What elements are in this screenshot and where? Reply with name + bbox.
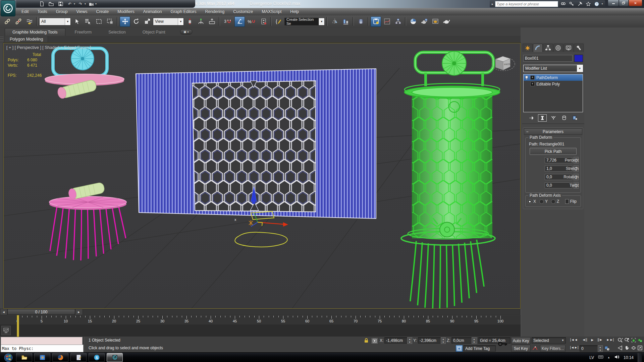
menu-customize[interactable]: Customize [229, 9, 257, 15]
stack-item-pathdeform[interactable]: + PathDeform [524, 74, 583, 81]
menu-group[interactable]: Group [52, 9, 72, 15]
track-bar-ruler[interactable]: 0510152025303540455055606570758085909510… [0, 315, 521, 325]
minimize-button[interactable] [608, 0, 619, 6]
clock[interactable]: 10:14 [624, 355, 634, 360]
application-menu-button[interactable] [1, 0, 15, 16]
ribbon-collapse-button[interactable]: ▣▾ [180, 29, 192, 35]
mini-curve-editor-button[interactable] [1, 326, 11, 335]
redo-dropdown-caret[interactable]: ▾ [85, 2, 86, 5]
use-pivot-center-icon[interactable] [184, 16, 195, 27]
menu-maxscript[interactable]: MAXScript [258, 9, 285, 15]
project-folder-button[interactable] [87, 1, 95, 7]
object-box001-plane[interactable] [136, 69, 376, 219]
viewport-label[interactable]: [ + ] [ Perspective ] [ Shaded + Edged F… [6, 45, 91, 50]
set-key-big-key-icon[interactable] [497, 339, 508, 349]
stack-item-editable-poly[interactable]: + Editable Poly [524, 81, 583, 87]
zoom-all-icon[interactable] [624, 338, 630, 343]
z-coordinate-field[interactable]: 0,0cm [451, 337, 474, 344]
new-file-button[interactable] [38, 1, 46, 7]
rectangular-selection-region-icon[interactable] [94, 16, 104, 27]
open-file-button[interactable] [47, 1, 55, 7]
ribbon-grip-handle[interactable] [0, 36, 4, 42]
communication-center-icon[interactable] [577, 1, 583, 7]
menu-modifiers[interactable]: Modifiers [113, 9, 139, 15]
track-bar[interactable] [0, 324, 521, 337]
time-slider-handle[interactable] [17, 315, 19, 337]
z-spinner[interactable]: ▲▼ [472, 337, 477, 344]
ribbon-tab-graphite-modeling-tools[interactable]: Graphite Modeling Tools [5, 28, 65, 36]
menu-rendering[interactable]: Rendering [201, 9, 229, 15]
time-configuration-icon[interactable] [604, 346, 610, 351]
qat-options-caret[interactable]: ▾ [95, 2, 97, 5]
selection-lock-icon[interactable] [363, 338, 370, 344]
y-coordinate-field[interactable]: -2,396cm [418, 337, 443, 344]
material-editor-icon[interactable] [408, 16, 418, 27]
twist-value-field[interactable]: 0,0 [545, 182, 572, 188]
object-clock-cyan[interactable] [45, 47, 124, 99]
make-unique-icon[interactable] [549, 115, 557, 121]
tab-create-icon[interactable] [523, 44, 533, 52]
expand-plus-icon[interactable]: + [530, 75, 535, 80]
taskbar-firefox-button[interactable] [52, 353, 68, 362]
align-icon[interactable] [340, 16, 351, 27]
taskbar-3dsmax-button[interactable] [107, 353, 123, 362]
flip-checkbox[interactable] [565, 199, 569, 204]
ribbon-tab-selection[interactable]: Selection [101, 28, 133, 36]
show-end-result-icon[interactable] [538, 114, 547, 122]
tab-modify-icon[interactable] [533, 44, 543, 52]
select-and-move-icon[interactable] [120, 16, 130, 27]
menu-help[interactable]: Help [286, 9, 303, 15]
taskbar-media-player-button[interactable] [34, 353, 50, 362]
time-slider-track[interactable] [83, 309, 520, 315]
time-slider-frame-display[interactable]: 0 / 100 [7, 309, 75, 315]
redo-button[interactable]: ↷ [76, 1, 85, 7]
next-frame-icon[interactable]: ||► [596, 338, 604, 342]
remove-modifier-icon[interactable] [560, 115, 568, 121]
field-of-view-icon[interactable] [617, 345, 623, 351]
perspective-viewport[interactable]: x [3, 43, 521, 309]
keyboard-shortcut-override-icon[interactable] [207, 16, 217, 27]
schematic-view-icon[interactable] [393, 16, 403, 27]
render-setup-icon[interactable] [419, 16, 429, 27]
select-and-link-icon[interactable] [2, 16, 12, 27]
select-and-manipulate-icon[interactable] [196, 16, 206, 27]
object-cage-green[interactable] [401, 51, 500, 308]
curve-editor-icon[interactable] [382, 16, 392, 27]
y-spinner[interactable]: ▲▼ [441, 337, 446, 344]
layer-manager-icon[interactable] [356, 16, 366, 27]
add-time-tag-field[interactable]: Add Time Tag [464, 345, 496, 352]
object-table-magenta[interactable] [49, 182, 126, 260]
bind-to-space-warp-icon[interactable] [24, 16, 35, 27]
search-input[interactable] [495, 1, 558, 7]
restore-button[interactable] [619, 0, 629, 6]
pick-path-button[interactable]: Pick Path [530, 148, 577, 155]
zoom-viewport-icon[interactable] [617, 338, 623, 343]
mirror-icon[interactable] [329, 16, 340, 27]
isolate-selection-toggle-icon[interactable] [455, 345, 463, 352]
keyboard-layout-icon[interactable] [598, 354, 603, 361]
front-reference-cube[interactable]: FRONT [492, 56, 515, 71]
render-production-icon[interactable] [441, 16, 451, 27]
next-frame-arrow[interactable]: ► [75, 309, 83, 315]
taskbar-notepad-button[interactable] [70, 353, 87, 362]
key-filters-button[interactable]: Key Filters... [540, 345, 566, 352]
angle-snap-toggle-icon[interactable] [234, 16, 245, 27]
viewport-canvas[interactable]: x [4, 43, 520, 308]
axis-radio-y[interactable] [539, 199, 544, 204]
frame-spinner[interactable]: ▲▼ [598, 345, 603, 352]
named-selection-set-dropdown[interactable]: Create Selection Se ▼ [284, 18, 325, 25]
visibility-bulb-icon[interactable] [525, 75, 529, 80]
undo-dropdown-caret[interactable]: ▾ [74, 2, 75, 5]
pan-hand-icon[interactable] [624, 345, 630, 351]
menu-tools[interactable]: Tools [34, 9, 51, 15]
unlink-selection-icon[interactable] [13, 16, 23, 27]
reference-coordinate-dropdown[interactable]: View ▼ [153, 18, 184, 25]
expand-plus-icon[interactable]: + [530, 82, 535, 86]
window-crossing-toggle-icon[interactable] [105, 16, 115, 27]
go-to-start-icon[interactable]: |◄◄ [569, 338, 579, 342]
object-color-swatch[interactable] [574, 55, 583, 62]
menu-animation[interactable]: Animation [139, 9, 166, 15]
language-indicator[interactable]: LV [589, 355, 594, 360]
graphite-ribbon-toggle-icon[interactable] [371, 16, 381, 27]
taskbar-skype-button[interactable]: S [89, 353, 105, 362]
